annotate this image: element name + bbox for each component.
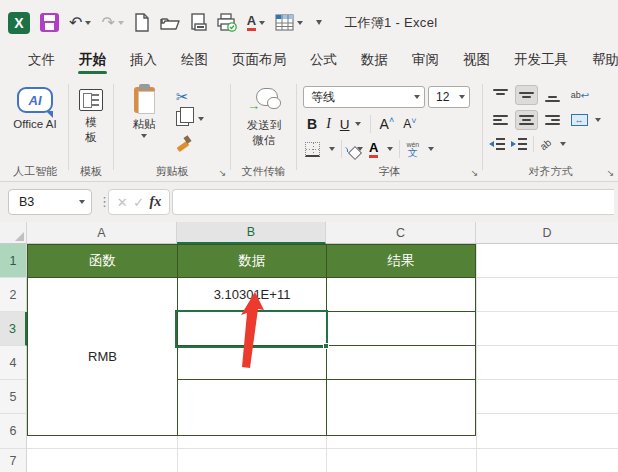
- tab-view[interactable]: 视图: [451, 45, 502, 78]
- orientation-chevron-icon[interactable]: [560, 142, 566, 146]
- font-color-qat-button[interactable]: A: [247, 11, 265, 35]
- phonetic-chevron-icon[interactable]: [428, 147, 434, 151]
- underline-button[interactable]: U: [340, 117, 350, 132]
- tab-page-layout[interactable]: 页面布局: [220, 45, 298, 78]
- select-all-corner[interactable]: [0, 222, 27, 244]
- cell-a2-merged-rmb[interactable]: RMB: [28, 278, 178, 435]
- decrease-font-button[interactable]: A˅: [403, 117, 416, 131]
- cell-a1[interactable]: 函数: [28, 245, 178, 278]
- font-group-label: 字体: [297, 164, 482, 179]
- cell-c1[interactable]: 结果: [327, 245, 475, 278]
- row-header-1[interactable]: 1: [0, 244, 27, 278]
- gridline: [476, 379, 618, 380]
- font-color-button[interactable]: A: [369, 141, 378, 158]
- new-file-button[interactable]: [134, 11, 150, 35]
- tab-help[interactable]: 帮助: [580, 45, 618, 78]
- selection-box-b3[interactable]: [175, 310, 328, 348]
- cell-b1[interactable]: 数据: [178, 245, 327, 278]
- fill-handle[interactable]: [323, 343, 329, 349]
- cell-b5[interactable]: [178, 380, 327, 435]
- scissors-icon: ✂: [176, 88, 189, 106]
- borders-button[interactable]: [305, 142, 320, 157]
- enter-button[interactable]: ✓: [133, 195, 144, 210]
- align-middle-button[interactable]: [515, 85, 538, 105]
- align-center-button[interactable]: [515, 110, 538, 130]
- tab-insert[interactable]: 插入: [118, 45, 169, 78]
- col-header-d[interactable]: D: [476, 222, 618, 244]
- italic-button[interactable]: I: [326, 116, 331, 132]
- formula-input[interactable]: [172, 189, 614, 215]
- name-box[interactable]: B3: [8, 189, 92, 215]
- row-header-5[interactable]: 5: [0, 380, 27, 414]
- send-wechat-button[interactable]: → 发送到微信: [245, 88, 283, 148]
- office-ai-label: Office AI: [13, 117, 56, 132]
- undo-chevron-icon[interactable]: [85, 21, 91, 25]
- cell-c3[interactable]: [327, 312, 475, 346]
- quick-print-button[interactable]: [217, 11, 237, 35]
- cell-c5[interactable]: [327, 380, 475, 435]
- template-label: 模板: [84, 115, 98, 145]
- tab-data[interactable]: 数据: [349, 45, 400, 78]
- cell-b2[interactable]: 3.10301E+11: [178, 278, 327, 312]
- merge-chevron-icon[interactable]: [595, 118, 601, 122]
- cancel-button[interactable]: ✕: [117, 195, 128, 210]
- clipboard-dialog-launcher[interactable]: ↘: [217, 168, 228, 179]
- orientation-button[interactable]: ab: [538, 136, 554, 152]
- col-header-a[interactable]: A: [27, 222, 177, 244]
- paste-chevron-icon[interactable]: [141, 134, 147, 138]
- office-ai-button[interactable]: AI Office AI: [9, 87, 61, 132]
- cell-c4[interactable]: [327, 346, 475, 380]
- font-color-chevron2-icon[interactable]: [387, 147, 393, 151]
- increase-indent-button[interactable]: [511, 138, 527, 150]
- undo-button[interactable]: ↶: [69, 11, 91, 35]
- font-color-chevron-icon[interactable]: [259, 21, 265, 25]
- row-header-3[interactable]: 3: [0, 312, 27, 346]
- merge-center-button[interactable]: ↔: [567, 110, 591, 130]
- template-button[interactable]: 模板: [78, 89, 104, 145]
- insert-function-button[interactable]: fx: [150, 194, 162, 210]
- redo-button[interactable]: ↷: [101, 11, 123, 35]
- copy-chevron-icon[interactable]: [198, 117, 204, 121]
- table-format-button[interactable]: [275, 11, 303, 35]
- underline-chevron-icon[interactable]: [355, 122, 361, 126]
- col-header-b[interactable]: B: [177, 222, 326, 244]
- qat-overflow-button[interactable]: [313, 11, 322, 35]
- font-dialog-launcher[interactable]: ↘: [469, 168, 480, 179]
- decrease-indent-button[interactable]: [489, 138, 505, 150]
- cut-button[interactable]: ✂: [176, 88, 189, 106]
- bold-button[interactable]: B: [307, 116, 317, 132]
- align-bottom-button[interactable]: [541, 85, 564, 105]
- row-header-4[interactable]: 4: [0, 346, 27, 380]
- open-file-button[interactable]: [160, 11, 180, 35]
- font-name-select[interactable]: 等线: [303, 86, 425, 108]
- format-painter-button[interactable]: [176, 136, 190, 150]
- align-left-button[interactable]: [489, 110, 512, 130]
- align-top-button[interactable]: [489, 85, 512, 105]
- tab-developer[interactable]: 开发工具: [502, 45, 580, 78]
- col-header-c[interactable]: C: [326, 222, 476, 244]
- copy-button[interactable]: [176, 111, 204, 126]
- cell-c2[interactable]: [327, 278, 475, 312]
- table-format-chevron-icon[interactable]: [297, 21, 303, 25]
- borders-chevron-icon[interactable]: [329, 147, 335, 151]
- paste-button[interactable]: 粘贴: [124, 87, 164, 138]
- tab-draw[interactable]: 绘图: [169, 45, 220, 78]
- name-box-chevron-icon[interactable]: [79, 200, 85, 204]
- font-size-select[interactable]: 12: [428, 86, 470, 108]
- increase-font-button[interactable]: A˄: [380, 116, 395, 132]
- tab-home[interactable]: 开始: [67, 45, 118, 78]
- phonetic-guide-button[interactable]: wén 文: [406, 141, 419, 158]
- wrap-text-button[interactable]: ab↩: [567, 85, 593, 105]
- tab-file[interactable]: 文件: [16, 45, 67, 78]
- tab-review[interactable]: 审阅: [400, 45, 451, 78]
- row-header-7[interactable]: 7: [0, 449, 27, 472]
- align-right-button[interactable]: [541, 110, 564, 130]
- row-header-2[interactable]: 2: [0, 278, 27, 312]
- alignment-dialog-launcher[interactable]: ↘: [605, 168, 616, 179]
- cell-b4[interactable]: [178, 346, 327, 380]
- ribbon-group-font: 等线 12 B I U A˄ A˅ A: [297, 78, 482, 182]
- tab-formulas[interactable]: 公式: [298, 45, 349, 78]
- row-header-6[interactable]: 6: [0, 414, 27, 449]
- print-preview-button[interactable]: [190, 11, 207, 35]
- save-button[interactable]: [40, 11, 59, 35]
